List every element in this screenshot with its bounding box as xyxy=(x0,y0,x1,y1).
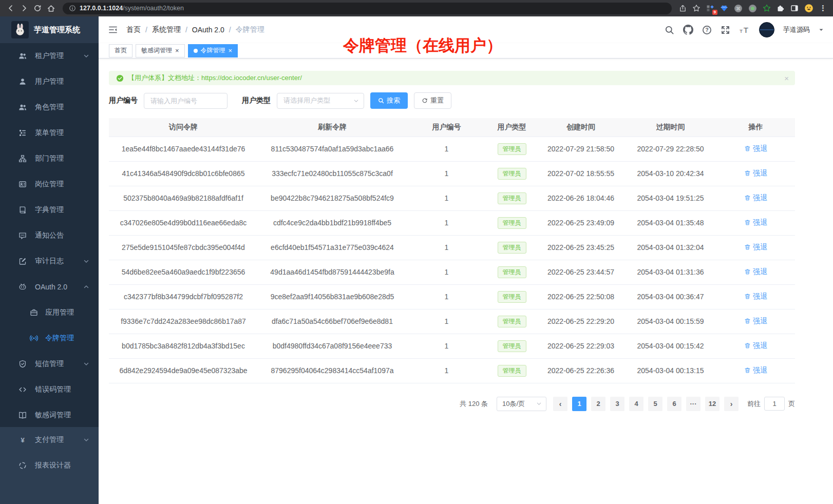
user-type-placeholder: 请选择用户类型 xyxy=(283,96,330,105)
page-button-4[interactable]: 4 xyxy=(629,397,643,411)
sidebar-item-oauth2[interactable]: OAuth 2.0 xyxy=(0,274,99,300)
browser-menu-icon[interactable]: ⋮ xyxy=(819,4,827,13)
sidebar-item-audit-log[interactable]: 审计日志 xyxy=(0,248,99,274)
home-icon[interactable] xyxy=(44,2,58,15)
tab-label: 敏感词管理 xyxy=(141,46,172,55)
sidebar-item-label: 菜单管理 xyxy=(35,128,89,138)
breadcrumb-item[interactable]: OAuth 2.0 xyxy=(192,26,224,34)
jump-suffix-label: 页 xyxy=(788,399,795,409)
sidebar-item-label: 令牌管理 xyxy=(45,334,89,343)
page-size-select[interactable]: 10条/页 xyxy=(497,397,546,411)
user-avatar[interactable] xyxy=(759,22,774,37)
puzzle-extension-icon[interactable] xyxy=(777,4,785,12)
github-icon[interactable] xyxy=(683,25,693,35)
next-page-button[interactable]: › xyxy=(724,397,739,411)
breadcrumb-item[interactable]: 系统管理 xyxy=(152,25,181,34)
command-extension-icon[interactable]: ⌘ xyxy=(734,4,743,13)
sidebar-item-role[interactable]: 角色管理 xyxy=(0,94,99,120)
banner-close-icon[interactable]: × xyxy=(784,74,789,83)
force-logout-button[interactable]: 强退 xyxy=(744,218,767,227)
gem-extension-icon[interactable] xyxy=(720,4,728,12)
force-logout-button[interactable]: 强退 xyxy=(744,193,767,203)
bookmark-star-icon[interactable] xyxy=(692,4,701,12)
url-host: 127.0.0.1:1024 xyxy=(80,5,123,12)
tab-token[interactable]: 令牌管理 × xyxy=(188,44,238,57)
force-logout-label: 强退 xyxy=(753,366,767,375)
user-type-badge: 管理员 xyxy=(498,242,526,254)
user-menu-caret-icon[interactable] xyxy=(819,27,824,32)
username[interactable]: 芋道源码 xyxy=(783,25,810,34)
tree-icon xyxy=(18,129,27,137)
force-logout-label: 强退 xyxy=(753,292,767,301)
created-time-cell: 2022-07-02 18:55:55 xyxy=(537,161,624,186)
breadcrumb-item[interactable]: 首页 xyxy=(126,25,141,34)
page-button-6[interactable]: 6 xyxy=(667,397,681,411)
sidebar-item-user[interactable]: 用户管理 xyxy=(0,69,99,94)
sidebar-item-pay[interactable]: ¥ 支付管理 xyxy=(0,427,99,453)
force-logout-button[interactable]: 强退 xyxy=(744,243,767,252)
search-button[interactable]: 搜索 xyxy=(370,92,408,109)
tokens-table: 访问令牌刷新令牌用户编号用户类型创建时间过期时间操作 1ea5e44f8bc14… xyxy=(109,118,795,383)
menu-fold-icon[interactable] xyxy=(108,25,118,35)
search-icon[interactable] xyxy=(665,25,674,35)
sidebar-item-oauth2-app[interactable]: 应用管理 xyxy=(0,300,99,325)
sidebar-item-label: 支付管理 xyxy=(35,435,83,444)
page-button-2[interactable]: 2 xyxy=(591,397,605,411)
tab-sensitive-word[interactable]: 敏感词管理 × xyxy=(136,44,185,57)
user-type-select[interactable]: 请选择用户类型 xyxy=(277,93,364,109)
page-ellipsis[interactable]: ··· xyxy=(686,397,701,411)
tab-home[interactable]: 首页 xyxy=(109,44,132,57)
user-type-label: 用户类型 xyxy=(242,96,271,105)
sidebar-item-post[interactable]: 岗位管理 xyxy=(0,171,99,197)
refresh-icon xyxy=(422,98,428,104)
star-extension-icon[interactable] xyxy=(763,4,771,12)
user-id-input[interactable] xyxy=(144,93,228,109)
extension-tabs-icon[interactable]: 9 xyxy=(706,4,714,12)
sidebar-item-dict[interactable]: 字典管理 xyxy=(0,197,99,223)
sidebar-item-tenant[interactable]: 租户管理 xyxy=(0,43,99,69)
sidebar-item-sms[interactable]: 短信管理 xyxy=(0,351,99,377)
sidebar-item-notice[interactable]: 通知公告 xyxy=(0,223,99,248)
profile-avatar-icon[interactable] xyxy=(804,4,813,13)
side-panel-icon[interactable] xyxy=(790,4,799,12)
force-logout-button[interactable]: 强退 xyxy=(744,317,767,326)
forward-icon[interactable] xyxy=(17,2,31,15)
share-icon[interactable] xyxy=(679,5,687,12)
page-button-5[interactable]: 5 xyxy=(648,397,662,411)
record-extension-icon[interactable] xyxy=(748,4,757,13)
page-button-12[interactable]: 12 xyxy=(705,397,720,411)
tab-close-icon[interactable]: × xyxy=(229,47,233,54)
force-logout-button[interactable]: 强退 xyxy=(744,366,767,375)
font-size-icon[interactable]: TT xyxy=(739,25,750,35)
reload-icon[interactable] xyxy=(31,2,44,15)
force-logout-label: 强退 xyxy=(753,193,767,203)
site-info-icon[interactable] xyxy=(69,5,76,12)
banner-link[interactable]: https://doc.iocoder.cn/user-center/ xyxy=(201,74,302,82)
page-button-1[interactable]: 1 xyxy=(572,397,586,411)
address-bar[interactable]: 127.0.0.1:1024/system/oauth2/token xyxy=(63,3,672,14)
sidebar-item-oauth2-token[interactable]: 令牌管理 xyxy=(0,325,99,351)
sidebar-item-error-code[interactable]: 错误码管理 xyxy=(0,377,99,402)
force-logout-button[interactable]: 强退 xyxy=(744,169,767,178)
sidebar-item-dept[interactable]: 部门管理 xyxy=(0,146,99,171)
access-token-cell: 1ea5e44f8bc1467aaede43144f31de76 xyxy=(109,137,258,161)
prev-page-button[interactable]: ‹ xyxy=(553,397,567,411)
table-row: 1ea5e44f8bc1467aaede43144f31de76 811c530… xyxy=(109,137,795,161)
tab-close-icon[interactable]: × xyxy=(175,47,179,54)
back-icon[interactable] xyxy=(4,2,17,15)
sidebar-item-sensitive-word[interactable]: 敏感词管理 xyxy=(0,402,99,427)
fullscreen-icon[interactable] xyxy=(721,25,730,35)
force-logout-button[interactable]: 强退 xyxy=(744,341,767,351)
help-icon[interactable]: ? xyxy=(702,25,712,35)
jump-page-input[interactable] xyxy=(764,397,785,411)
message-icon xyxy=(18,231,27,240)
created-time-cell: 2022-06-25 22:29:20 xyxy=(537,309,624,334)
force-logout-button[interactable]: 强退 xyxy=(744,267,767,277)
page-button-3[interactable]: 3 xyxy=(610,397,624,411)
sidebar-item-menu[interactable]: 菜单管理 xyxy=(0,120,99,146)
reset-button[interactable]: 重置 xyxy=(414,92,451,109)
sidebar-item-report-designer[interactable]: 报表设计器 xyxy=(0,453,99,478)
force-logout-button[interactable]: 强退 xyxy=(744,144,767,153)
created-time-cell: 2022-06-25 23:45:25 xyxy=(537,235,624,260)
force-logout-button[interactable]: 强退 xyxy=(744,292,767,301)
